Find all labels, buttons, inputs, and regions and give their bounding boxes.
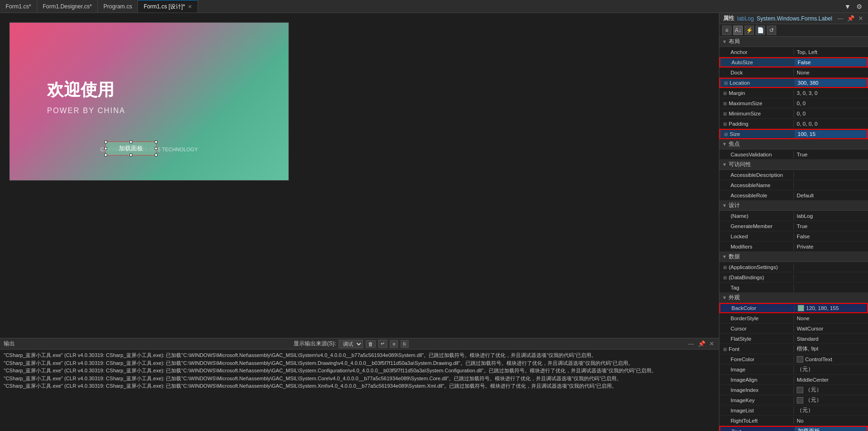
- prop-row-imagealign[interactable]: ImageAlign MiddleCenter: [719, 375, 868, 385]
- section-design[interactable]: ▼ 设计: [719, 201, 868, 211]
- prop-row-name[interactable]: (Name) labLog: [719, 211, 868, 221]
- prop-row-accessibledesc[interactable]: AccessibleDescription: [719, 170, 868, 180]
- prop-row-forecolor[interactable]: ForeColor ControlText: [719, 354, 868, 364]
- props-pin-button[interactable]: 📌: [846, 15, 855, 22]
- prop-margin-value[interactable]: 3, 0, 3, 0: [794, 89, 868, 97]
- output-pin-button[interactable]: 📌: [697, 340, 706, 347]
- props-close-button[interactable]: ✕: [857, 15, 864, 22]
- prop-databindings-value[interactable]: [794, 276, 868, 278]
- prop-text-value[interactable]: 加载面板: [795, 427, 867, 431]
- prop-righttoleft-value[interactable]: No: [794, 417, 868, 424]
- prop-imagekey-value[interactable]: （元）: [794, 396, 868, 404]
- prop-row-size[interactable]: ⊞Size 100, 15: [719, 129, 868, 139]
- tab-programcs[interactable]: Program.cs: [98, 0, 138, 13]
- maximumsize-expand-icon[interactable]: ⊞: [723, 101, 727, 106]
- prop-row-maximumsize[interactable]: ⊞MaximumSize 0, 0: [719, 98, 868, 108]
- prop-row-location[interactable]: ⊞Location 300, 380: [719, 78, 868, 88]
- handle[interactable]: [104, 147, 107, 150]
- props-events-button[interactable]: ⚡: [745, 26, 754, 35]
- output-copy-button[interactable]: ⎘: [401, 340, 409, 348]
- prop-imageindex-value[interactable]: （元）: [794, 385, 868, 394]
- prop-row-locked[interactable]: Locked False: [719, 231, 868, 242]
- tab-form1cs[interactable]: Form1.cs*: [0, 0, 37, 13]
- props-refresh-button[interactable]: ↺: [767, 26, 776, 35]
- prop-row-minimumsize[interactable]: ⊞MinimumSize 0, 0: [719, 108, 868, 119]
- appsettings-expand-icon[interactable]: ⊞: [723, 265, 727, 270]
- prop-row-generatemember[interactable]: GenerateMember True: [719, 221, 868, 231]
- props-property-pages-button[interactable]: 📄: [756, 26, 765, 35]
- form-canvas-wrapper[interactable]: 欢迎使用 POWER BY CHINA COPYRIGHT© 2021-2025…: [0, 13, 719, 338]
- section-appearance[interactable]: ▼ 外观: [719, 293, 868, 303]
- prop-forecolor-value[interactable]: ControlText: [794, 355, 868, 364]
- section-data[interactable]: ▼ 数据: [719, 252, 868, 262]
- prop-row-anchor[interactable]: Anchor Top, Left: [719, 47, 868, 57]
- location-expand-icon[interactable]: ⊞: [724, 81, 728, 86]
- margin-expand-icon[interactable]: ⊞: [723, 91, 727, 96]
- prop-accessiblename-value[interactable]: [794, 184, 868, 186]
- prop-accessibledesc-value[interactable]: [794, 174, 868, 176]
- props-minimize-button[interactable]: —: [836, 15, 844, 22]
- prop-row-margin[interactable]: ⊞Margin 3, 0, 3, 0: [719, 88, 868, 98]
- output-wrap-button[interactable]: ↵: [378, 340, 387, 348]
- prop-causesvalidation-value[interactable]: True: [794, 151, 868, 158]
- prop-size-value[interactable]: 100, 15: [795, 130, 867, 138]
- form-canvas[interactable]: 欢迎使用 POWER BY CHINA COPYRIGHT© 2021-2025…: [9, 22, 289, 181]
- prop-generatemember-value[interactable]: True: [794, 222, 868, 230]
- props-content[interactable]: ▼ 布局 Anchor Top, Left AutoSize False Doc…: [719, 37, 868, 431]
- output-filter-button[interactable]: ≡: [390, 340, 397, 348]
- prop-row-backcolor[interactable]: BackColor 120, 180, 155: [719, 303, 868, 313]
- prop-row-righttoleft[interactable]: RightToLeft No: [719, 416, 868, 426]
- font-expand-icon[interactable]: ⊞: [723, 347, 727, 352]
- prop-row-dock[interactable]: Dock None: [719, 67, 868, 78]
- prop-minimumsize-value[interactable]: 0, 0: [794, 110, 868, 117]
- prop-row-imagekey[interactable]: ImageKey （元）: [719, 395, 868, 405]
- prop-row-modifiers[interactable]: Modifiers Private: [719, 242, 868, 252]
- prop-imagelist-value[interactable]: （元）: [794, 406, 868, 415]
- section-accessibility[interactable]: ▼ 可访问性: [719, 160, 868, 170]
- handle[interactable]: [104, 154, 107, 156]
- prop-row-databindings[interactable]: ⊞(DataBindings): [719, 272, 868, 283]
- prop-row-text[interactable]: Text 加载面板: [719, 426, 868, 431]
- prop-modifiers-value[interactable]: Private: [794, 243, 868, 250]
- output-close-button[interactable]: ✕: [708, 340, 715, 347]
- tab-form1design[interactable]: Form1.cs [设计]* ✕: [138, 0, 198, 13]
- databindings-expand-icon[interactable]: ⊞: [723, 275, 727, 280]
- padding-expand-icon[interactable]: ⊞: [723, 121, 727, 127]
- minimumsize-expand-icon[interactable]: ⊞: [723, 111, 727, 116]
- output-source-select[interactable]: 调试: [339, 340, 363, 348]
- tab-settings-button[interactable]: ⚙: [854, 2, 864, 11]
- prop-row-causesvalidation[interactable]: CausesValidation True: [719, 149, 868, 160]
- handle[interactable]: [130, 141, 132, 143]
- prop-dock-value[interactable]: None: [794, 69, 868, 76]
- prop-row-imagelist[interactable]: ImageList （元）: [719, 405, 868, 416]
- section-focus[interactable]: ▼ 焦点: [719, 139, 868, 149]
- tab-close-button[interactable]: ✕: [188, 4, 192, 10]
- prop-imagealign-value[interactable]: MiddleCenter: [794, 376, 868, 384]
- size-expand-icon[interactable]: ⊞: [724, 132, 728, 137]
- prop-borderstyle-value[interactable]: None: [794, 315, 868, 322]
- form-label-control[interactable]: 加载面板: [105, 141, 157, 155]
- prop-row-font[interactable]: ⊞Font 楷体, 9pt: [719, 344, 868, 354]
- prop-accessiblerole-value[interactable]: Default: [794, 192, 868, 199]
- prop-autosize-value[interactable]: False: [795, 59, 867, 66]
- prop-row-image[interactable]: Image （元）: [719, 364, 868, 375]
- props-category-button[interactable]: ≡: [722, 26, 731, 35]
- handle[interactable]: [155, 147, 157, 150]
- prop-locked-value[interactable]: False: [794, 233, 868, 240]
- prop-name-value[interactable]: labLog: [794, 212, 868, 220]
- prop-row-appsettings[interactable]: ⊞(ApplicationSettings): [719, 262, 868, 272]
- prop-row-borderstyle[interactable]: BorderStyle None: [719, 313, 868, 323]
- output-minimize-button[interactable]: —: [687, 340, 695, 347]
- prop-row-tag[interactable]: Tag: [719, 283, 868, 293]
- prop-row-imageindex[interactable]: ImageIndex （元）: [719, 385, 868, 395]
- prop-row-cursor[interactable]: Cursor WaitCursor: [719, 323, 868, 334]
- handle[interactable]: [130, 154, 132, 156]
- prop-tag-value[interactable]: [794, 287, 868, 289]
- prop-location-value[interactable]: 300, 380: [795, 79, 867, 87]
- tab-dropdown-button[interactable]: ▼: [842, 2, 853, 11]
- prop-row-accessiblerole[interactable]: AccessibleRole Default: [719, 190, 868, 201]
- prop-maximumsize-value[interactable]: 0, 0: [794, 100, 868, 107]
- prop-anchor-value[interactable]: Top, Left: [794, 48, 868, 56]
- prop-appsettings-value[interactable]: [794, 266, 868, 268]
- output-content[interactable]: "CSharp_蓝屏小工具.exe" (CLR v4.0.30319: CSha…: [0, 350, 719, 431]
